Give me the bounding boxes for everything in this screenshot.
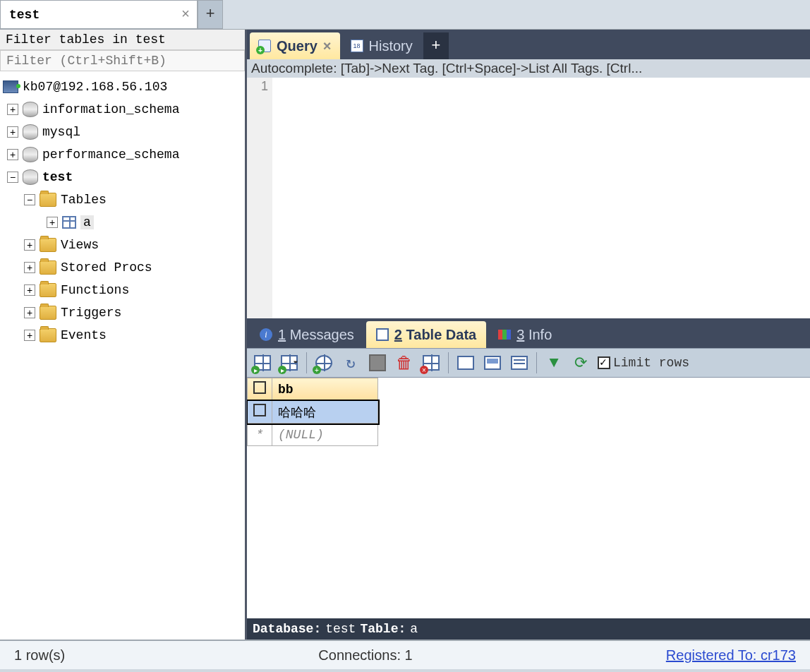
folder-label: Stored Procs bbox=[61, 260, 152, 275]
limit-rows-label: Limit rows bbox=[613, 356, 689, 370]
autocomplete-hint: Autocomplete: [Tab]->Next Tag. [Ctrl+Spa… bbox=[247, 59, 810, 78]
folder-label: Triggers bbox=[61, 306, 121, 320]
server-icon bbox=[3, 80, 18, 93]
table-icon bbox=[62, 216, 76, 229]
close-icon[interactable]: × bbox=[323, 38, 332, 54]
expand-icon[interactable]: + bbox=[24, 262, 35, 273]
table-data-icon bbox=[376, 328, 389, 341]
database-icon bbox=[23, 147, 38, 162]
top-tab-test[interactable]: test × bbox=[0, 0, 198, 29]
expand-icon[interactable]: + bbox=[7, 104, 18, 115]
database-icon bbox=[23, 102, 38, 117]
expand-icon[interactable]: + bbox=[47, 217, 58, 228]
table-name: a bbox=[410, 622, 418, 636]
tab-info[interactable]: 3 Info bbox=[488, 321, 562, 348]
server-label: kb07@192.168.56.103 bbox=[23, 80, 167, 94]
tree-folder[interactable]: −Tables bbox=[3, 188, 242, 211]
expand-icon[interactable]: + bbox=[24, 307, 35, 318]
database-icon bbox=[23, 169, 38, 185]
column-header[interactable]: bb bbox=[272, 378, 378, 401]
save-button[interactable] bbox=[368, 353, 387, 373]
collapse-icon[interactable]: − bbox=[7, 172, 18, 183]
collapse-icon[interactable]: − bbox=[24, 194, 35, 205]
tab-history[interactable]: 18 History bbox=[342, 32, 421, 59]
sidebar: Filter tables in test kb07@192.168.56.10… bbox=[0, 30, 247, 640]
separator bbox=[306, 352, 307, 373]
sql-editor[interactable]: 1 bbox=[247, 78, 810, 318]
separator bbox=[448, 352, 449, 373]
insert-row-button[interactable]: ▸ bbox=[253, 353, 272, 373]
row-checkbox[interactable] bbox=[248, 401, 272, 424]
tree-db[interactable]: +performance_schema bbox=[3, 143, 242, 166]
editor-body[interactable] bbox=[272, 78, 810, 318]
duplicate-row-button[interactable]: ▸▼ bbox=[279, 353, 299, 373]
data-grid[interactable]: bb 哈哈哈 * (NULL) bbox=[247, 378, 810, 618]
top-tab-bar: test × + bbox=[0, 0, 810, 30]
query-tab-bar: Query × 18 History + bbox=[247, 30, 810, 59]
db-label: Database: bbox=[253, 622, 321, 636]
table-label: a bbox=[80, 215, 94, 229]
tree-folder[interactable]: +Events bbox=[3, 324, 242, 347]
table-label: Table: bbox=[360, 622, 406, 636]
tab-label: Messages bbox=[290, 327, 354, 342]
grid-view-button[interactable] bbox=[456, 353, 476, 373]
db-label: test bbox=[42, 170, 73, 184]
tree-table[interactable]: +a bbox=[3, 211, 242, 234]
tree-db[interactable]: −test bbox=[3, 166, 242, 188]
table-row[interactable]: 哈哈哈 bbox=[248, 401, 378, 424]
folder-icon bbox=[40, 238, 56, 252]
schema-tree: kb07@192.168.56.103 +information_schema … bbox=[0, 71, 245, 640]
filter-input[interactable] bbox=[0, 50, 245, 71]
tree-folder[interactable]: +Views bbox=[3, 234, 242, 256]
line-number: 1 bbox=[247, 78, 272, 318]
limit-rows-checkbox[interactable]: Limit rows bbox=[598, 356, 689, 370]
add-tab-button[interactable]: + bbox=[198, 0, 223, 29]
tree-folder[interactable]: +Triggers bbox=[3, 301, 242, 324]
refresh-button[interactable]: ⟳ bbox=[571, 353, 591, 373]
expand-icon[interactable]: + bbox=[24, 284, 35, 296]
tree-db[interactable]: +mysql bbox=[3, 121, 242, 143]
row-count: 1 row(s) bbox=[14, 647, 65, 664]
tab-label: Table Data bbox=[406, 327, 477, 342]
info-colors-icon bbox=[498, 330, 511, 340]
checkbox-header[interactable] bbox=[248, 378, 272, 401]
cell[interactable]: 哈哈哈 bbox=[272, 401, 378, 424]
status-bar: 1 row(s) Connections: 1 Registered To: c… bbox=[0, 640, 810, 669]
cell[interactable]: (NULL) bbox=[272, 424, 378, 446]
folder-label: Tables bbox=[61, 193, 107, 207]
checkbox-icon bbox=[598, 356, 610, 369]
add-button[interactable]: + bbox=[314, 353, 334, 373]
expand-icon[interactable]: + bbox=[7, 126, 18, 138]
folder-label: Views bbox=[61, 238, 99, 252]
tree-folder[interactable]: +Functions bbox=[3, 279, 242, 301]
text-view-button[interactable] bbox=[509, 353, 529, 373]
separator bbox=[536, 352, 537, 373]
tree-server[interactable]: kb07@192.168.56.103 bbox=[3, 76, 242, 98]
new-row-marker: * bbox=[248, 424, 272, 446]
folder-icon bbox=[40, 260, 56, 275]
refresh-row-button[interactable]: ↻ bbox=[341, 353, 361, 373]
data-toolbar: ▸ ▸▼ + ↻ 🗑 × ▼ ⟳ Limit rows bbox=[247, 348, 810, 378]
expand-icon[interactable]: + bbox=[7, 149, 18, 160]
filter-button[interactable]: ▼ bbox=[544, 353, 564, 373]
tab-label: Info bbox=[528, 327, 552, 342]
table-header-row: bb bbox=[248, 378, 378, 401]
registration-link[interactable]: Registered To: cr173 bbox=[666, 647, 796, 664]
tree-folder[interactable]: +Stored Procs bbox=[3, 256, 242, 279]
cancel-button[interactable]: × bbox=[421, 353, 441, 373]
tab-query[interactable]: Query × bbox=[250, 32, 340, 59]
folder-icon bbox=[40, 306, 56, 320]
tab-messages[interactable]: i 1 Messages bbox=[250, 321, 364, 348]
add-query-tab-button[interactable]: + bbox=[423, 32, 449, 59]
form-view-button[interactable] bbox=[483, 353, 502, 373]
filter-label: Filter tables in test bbox=[0, 30, 245, 50]
top-tab-label: test bbox=[9, 8, 40, 22]
tree-db[interactable]: +information_schema bbox=[3, 98, 242, 121]
db-name: test bbox=[325, 622, 356, 636]
new-row[interactable]: * (NULL) bbox=[248, 424, 378, 446]
tab-table-data[interactable]: 2 Table Data bbox=[366, 321, 486, 348]
close-icon[interactable]: × bbox=[181, 6, 190, 23]
expand-icon[interactable]: + bbox=[24, 239, 35, 251]
expand-icon[interactable]: + bbox=[24, 330, 35, 341]
delete-button[interactable]: 🗑 bbox=[394, 353, 414, 373]
